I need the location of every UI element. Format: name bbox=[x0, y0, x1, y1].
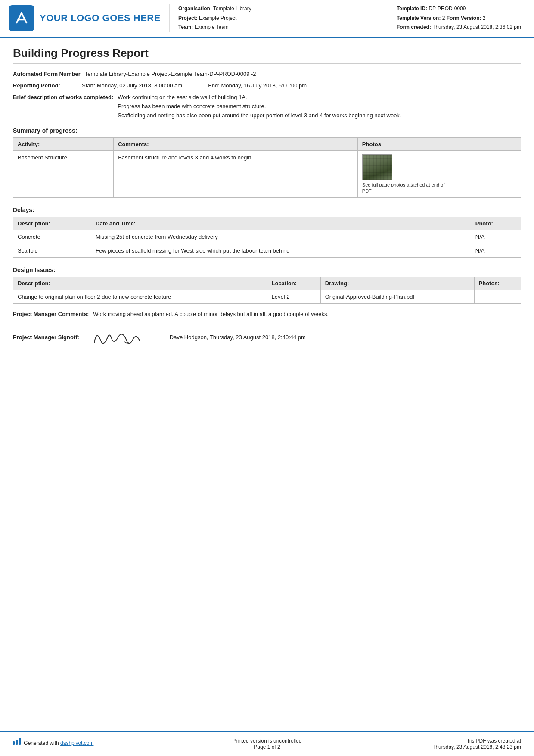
team-label: Team: bbox=[178, 24, 193, 30]
delay-photo-1: N/A bbox=[471, 244, 521, 258]
form-created-label: Form created: bbox=[397, 24, 431, 30]
dashpivot-icon bbox=[13, 740, 24, 746]
footer: Generated with dashpivot.com Printed ver… bbox=[0, 731, 534, 756]
table-row: Basement Structure Basement structure an… bbox=[13, 150, 521, 198]
design-table-header-row: Description: Location: Drawing: Photos: bbox=[13, 277, 521, 290]
form-version-value: 2 bbox=[483, 15, 486, 21]
summary-col-photos: Photos: bbox=[357, 137, 521, 150]
delay-desc-0: Concrete bbox=[13, 230, 91, 244]
footer-printed-line1: Printed version is uncontrolled bbox=[185, 738, 349, 744]
design-location-0: Level 2 bbox=[267, 290, 320, 304]
reporting-period-values: Start: Monday, 02 July 2018, 8:00:00 am … bbox=[82, 82, 521, 89]
summary-section-title: Summary of progress: bbox=[13, 127, 521, 134]
org-value: Template Library bbox=[213, 6, 251, 12]
summary-col-comments: Comments: bbox=[114, 137, 358, 150]
reporting-period-label: Reporting Period: bbox=[13, 82, 82, 89]
signature-image bbox=[84, 324, 152, 350]
brief-desc-row: Brief description of works completed: Wo… bbox=[13, 94, 521, 119]
project-value: Example Project bbox=[199, 15, 236, 21]
header-meta-left: Organisation: Template Library Project: … bbox=[178, 4, 251, 32]
header-meta: Organisation: Template Library Project: … bbox=[169, 4, 521, 32]
reporting-period-start: Start: Monday, 02 July 2018, 8:00:00 am bbox=[82, 82, 182, 89]
design-desc-0: Change to original plan on floor 2 due t… bbox=[13, 290, 267, 304]
template-version-line: Template Version: 2 Form Version: 2 bbox=[397, 14, 521, 23]
report-title: Building Progress Report bbox=[13, 47, 521, 64]
table-row: Concrete Missing 25t of concrete from We… bbox=[13, 230, 521, 244]
pm-signoff-value: Dave Hodgson, Thursday, 23 August 2018, … bbox=[84, 324, 521, 350]
footer-generated: Generated with dashpivot.com bbox=[13, 738, 177, 746]
delays-section-title: Delays: bbox=[13, 206, 521, 213]
design-photos-0 bbox=[474, 290, 521, 304]
form-version-label: Form Version: bbox=[447, 15, 481, 21]
photo-container: See full page photos attached at end of … bbox=[362, 154, 516, 194]
design-col-drawing: Drawing: bbox=[320, 277, 474, 290]
summary-comments-cell: Basement structure and levels 3 and 4 wo… bbox=[114, 150, 358, 198]
summary-table-header-row: Activity: Comments: Photos: bbox=[13, 137, 521, 150]
pm-comments-row: Project Manager Comments: Work moving ah… bbox=[13, 311, 521, 317]
brief-desc-line-2: Progress has been made with concrete bas… bbox=[118, 103, 521, 109]
form-created-value: Thursday, 23 August 2018, 2:36:02 pm bbox=[432, 24, 521, 30]
design-col-photos: Photos: bbox=[474, 277, 521, 290]
header-meta-right: Template ID: DP-PROD-0009 Template Versi… bbox=[397, 4, 521, 32]
pm-comments-value: Work moving ahead as planned. A couple o… bbox=[93, 311, 521, 317]
project-line: Project: Example Project bbox=[178, 14, 251, 23]
signoff-name: Dave Hodgson, Thursday, 23 August 2018, … bbox=[170, 334, 306, 341]
logo-text: YOUR LOGO GOES HERE bbox=[40, 12, 161, 24]
delay-photo-0: N/A bbox=[471, 230, 521, 244]
summary-photos-cell: See full page photos attached at end of … bbox=[357, 150, 521, 198]
footer-printed: Printed version is uncontrolled Page 1 o… bbox=[185, 738, 349, 750]
delay-datetime-0: Missing 25t of concrete from Wednesday d… bbox=[91, 230, 471, 244]
table-row: Change to original plan on floor 2 due t… bbox=[13, 290, 521, 304]
footer-pdf-created-value: Thursday, 23 August 2018, 2:48:23 pm bbox=[357, 744, 521, 750]
automated-form-value: Template Library-Example Project-Example… bbox=[85, 71, 521, 77]
summary-table: Activity: Comments: Photos: Basement Str… bbox=[13, 137, 521, 198]
delays-col-datetime: Date and Time: bbox=[91, 217, 471, 230]
team-value: Example Team bbox=[195, 24, 229, 30]
main-content: Building Progress Report Automated Form … bbox=[0, 38, 534, 364]
photo-caption: See full page photos attached at end of … bbox=[362, 182, 448, 194]
delays-table: Description: Date and Time: Photo: Concr… bbox=[13, 217, 521, 258]
summary-col-activity: Activity: bbox=[13, 137, 114, 150]
reporting-period-row: Reporting Period: Start: Monday, 02 July… bbox=[13, 82, 521, 89]
footer-printed-line2: Page 1 of 2 bbox=[185, 744, 349, 750]
delays-col-description: Description: bbox=[13, 217, 91, 230]
brief-desc-label: Brief description of works completed: bbox=[13, 94, 118, 100]
form-created-line: Form created: Thursday, 23 August 2018, … bbox=[397, 23, 521, 32]
brief-desc-values: Work continuing on the east side wall of… bbox=[118, 94, 521, 119]
summary-activity-cell: Basement Structure bbox=[13, 150, 114, 198]
brief-desc-line-3: Scaffolding and netting has also been pu… bbox=[118, 112, 521, 119]
automated-form-row: Automated Form Number Template Library-E… bbox=[13, 71, 521, 77]
org-label: Organisation: bbox=[178, 6, 212, 12]
footer-pdf-created: This PDF was created at Thursday, 23 Aug… bbox=[357, 738, 521, 750]
photo-thumbnail bbox=[362, 154, 392, 180]
delays-table-header-row: Description: Date and Time: Photo: bbox=[13, 217, 521, 230]
dashpivot-link[interactable]: dashpivot.com bbox=[60, 740, 93, 746]
template-id-label: Template ID: bbox=[397, 6, 427, 12]
project-label: Project: bbox=[178, 15, 198, 21]
delay-datetime-1: Few pieces of scaffold missing for West … bbox=[91, 244, 471, 258]
template-id-line: Template ID: DP-PROD-0009 bbox=[397, 4, 521, 14]
automated-form-label: Automated Form Number bbox=[13, 71, 85, 77]
logo-icon bbox=[9, 5, 34, 31]
org-line: Organisation: Template Library bbox=[178, 4, 251, 14]
team-line: Team: Example Team bbox=[178, 23, 251, 32]
delay-desc-1: Scaffold bbox=[13, 244, 91, 258]
pm-signoff-label: Project Manager Signoff: bbox=[13, 334, 84, 341]
template-id-value: DP-PROD-0009 bbox=[428, 6, 466, 12]
design-col-location: Location: bbox=[267, 277, 320, 290]
pm-signoff-row: Project Manager Signoff: Dave Hodgson, T… bbox=[13, 324, 521, 350]
design-issues-section-title: Design Issues: bbox=[13, 266, 521, 273]
reporting-period-end: End: Monday, 16 July 2018, 5:00:00 pm bbox=[208, 82, 307, 89]
template-version-value: 2 bbox=[442, 15, 445, 21]
template-version-label: Template Version: bbox=[397, 15, 441, 21]
footer-generated-text: Generated with bbox=[24, 740, 60, 746]
table-row: Scaffold Few pieces of scaffold missing … bbox=[13, 244, 521, 258]
design-issues-table: Description: Location: Drawing: Photos: … bbox=[13, 277, 521, 304]
delays-col-photo: Photo: bbox=[471, 217, 521, 230]
brief-desc-line-1: Work continuing on the east side wall of… bbox=[118, 94, 521, 100]
pm-comments-label: Project Manager Comments: bbox=[13, 311, 93, 317]
photo-thumb-inner bbox=[363, 155, 392, 180]
design-drawing-0: Original-Approved-Building-Plan.pdf bbox=[320, 290, 474, 304]
footer-pdf-created-label: This PDF was created at bbox=[357, 738, 521, 744]
header: YOUR LOGO GOES HERE Organisation: Templa… bbox=[0, 0, 534, 38]
